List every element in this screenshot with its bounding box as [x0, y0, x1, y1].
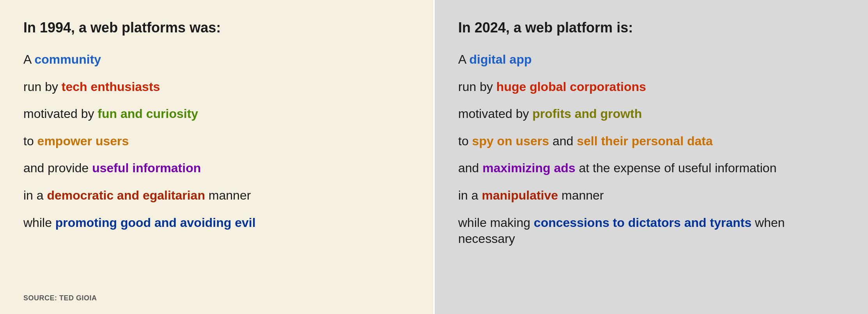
right-line-7: while making concessions to dictators an… — [458, 215, 845, 247]
left-line-3: motivated by fun and curiosity — [23, 106, 410, 122]
left-line-2: run by tech enthusiasts — [23, 79, 410, 95]
fun-curiosity-highlight: fun and curiosity — [97, 107, 198, 121]
community-highlight: community — [34, 52, 101, 66]
manipulative-highlight: manipulative — [482, 188, 558, 202]
profits-growth-highlight: profits and growth — [532, 107, 642, 121]
left-line-1: A community — [23, 52, 410, 68]
left-line-7: while promoting good and avoiding evil — [23, 215, 410, 231]
empower-users-highlight: empower users — [37, 134, 129, 148]
left-line-4: to empower users — [23, 133, 410, 150]
promoting-good-highlight: promoting good and avoiding evil — [55, 216, 256, 230]
right-line-2: run by huge global corporations — [458, 79, 845, 95]
digital-app-highlight: digital app — [469, 52, 531, 66]
right-title: In 2024, a web platform is: — [458, 20, 845, 36]
sell-data-highlight: sell their personal data — [577, 134, 713, 148]
left-line-5: and provide useful information — [23, 160, 410, 177]
right-line-3: motivated by profits and growth — [458, 106, 845, 122]
spy-users-highlight: spy on users — [472, 134, 549, 148]
right-line-5: and maximizing ads at the expense of use… — [458, 160, 845, 177]
huge-corporations-highlight: huge global corporations — [496, 80, 646, 94]
source-label: SOURCE: Ted Gioia — [23, 294, 97, 302]
useful-information-highlight: useful information — [92, 161, 201, 175]
right-line-6: in a manipulative manner — [458, 187, 845, 204]
right-line-1: A digital app — [458, 52, 845, 68]
left-panel: In 1994, a web platforms was: A communit… — [0, 0, 433, 314]
left-line-6: in a democratic and egalitarian manner — [23, 187, 410, 204]
concessions-dictators-highlight: concessions to dictators and tyrants — [534, 216, 751, 230]
maximizing-ads-highlight: maximizing ads — [482, 161, 575, 175]
right-panel: In 2024, a web platform is: A digital ap… — [435, 0, 868, 314]
tech-enthusiasts-highlight: tech enthusiasts — [62, 80, 160, 94]
left-title: In 1994, a web platforms was: — [23, 20, 410, 36]
right-line-4: to spy on users and sell their personal … — [458, 133, 845, 150]
democratic-egalitarian-highlight: democratic and egalitarian — [47, 188, 205, 202]
